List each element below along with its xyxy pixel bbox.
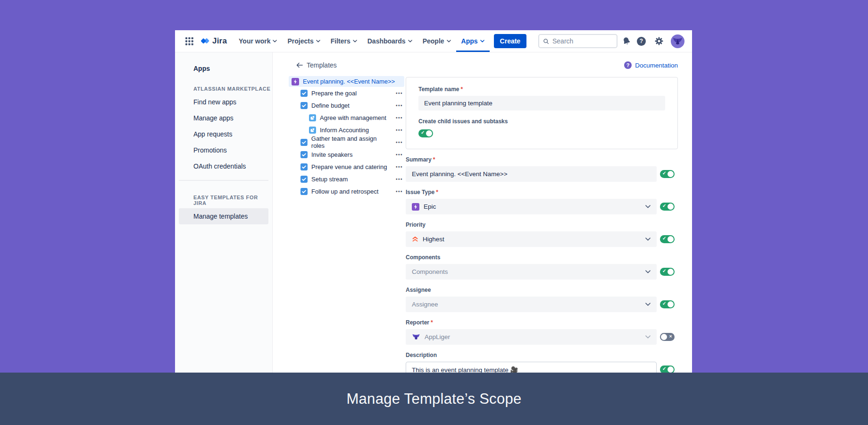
tree-item-task[interactable]: Prepare venue and catering bbox=[289, 161, 404, 173]
tree-item-task[interactable]: Follow up and retrospect bbox=[289, 185, 404, 197]
components-select[interactable]: Components bbox=[406, 264, 657, 280]
more-options-button[interactable] bbox=[394, 128, 404, 133]
sidebar-item-app-requests[interactable]: App requests bbox=[179, 126, 268, 142]
more-options-button[interactable] bbox=[394, 152, 404, 157]
components-toggle[interactable] bbox=[660, 268, 675, 276]
template-tree: Templates Event planning. <<Event Name>>… bbox=[289, 60, 404, 197]
app-switcher-icon[interactable] bbox=[184, 35, 195, 47]
appliger-logo-icon bbox=[412, 333, 420, 340]
documentation-help-icon bbox=[624, 61, 632, 69]
toggle-knob bbox=[668, 236, 674, 242]
summary-input[interactable]: Event planning. <<Event Name>> bbox=[406, 166, 657, 182]
chevron-down-icon bbox=[645, 238, 651, 241]
sidebar-item-oauth-credentials[interactable]: OAuth credentials bbox=[179, 158, 268, 174]
nav-people[interactable]: People bbox=[417, 30, 456, 52]
caption-bar: Manage Template’s Scope bbox=[0, 373, 868, 425]
sidebar-item-promotions[interactable]: Promotions bbox=[179, 142, 268, 158]
more-options-button[interactable] bbox=[394, 103, 404, 108]
reporter-toggle[interactable] bbox=[660, 333, 675, 341]
nav-item-label: Filters bbox=[331, 37, 351, 45]
tree-item-task[interactable]: Define budget bbox=[289, 99, 404, 111]
tree-item-task[interactable]: Setup stream bbox=[289, 173, 404, 185]
subtask-icon bbox=[309, 127, 316, 134]
tree-item-label: Prepare the goal bbox=[311, 90, 357, 97]
more-options-button[interactable] bbox=[394, 91, 404, 96]
priority-toggle[interactable] bbox=[660, 235, 675, 243]
template-name-input[interactable] bbox=[418, 96, 665, 110]
sidebar-item-find-new-apps[interactable]: Find new apps bbox=[179, 94, 268, 110]
description-toggle[interactable] bbox=[660, 366, 675, 373]
notifications-icon[interactable] bbox=[619, 34, 634, 48]
sidebar-title: Apps bbox=[193, 65, 272, 72]
create-child-toggle[interactable] bbox=[418, 129, 433, 137]
summary-toggle[interactable] bbox=[660, 170, 675, 178]
toggle-knob bbox=[668, 366, 674, 373]
grid-icon bbox=[185, 37, 193, 45]
chevron-down-icon bbox=[353, 40, 357, 42]
description-textarea[interactable]: This is an event planning template 🎥 bbox=[406, 362, 657, 373]
back-to-templates-link[interactable]: Templates bbox=[296, 60, 404, 70]
settings-icon[interactable] bbox=[652, 34, 666, 48]
more-options-button[interactable] bbox=[394, 115, 404, 120]
sidebar-item-manage-templates[interactable]: Manage templates bbox=[179, 208, 268, 224]
issue-type-toggle[interactable] bbox=[660, 203, 675, 211]
create-child-label: Create child issues and subtasks bbox=[418, 118, 665, 125]
tree-item-label: Setup stream bbox=[311, 176, 348, 183]
jira-logo-mark bbox=[200, 36, 210, 46]
help-icon[interactable] bbox=[637, 37, 646, 46]
priority-select[interactable]: Highest bbox=[406, 231, 657, 247]
tree-item-subtask[interactable]: Inform Accounting bbox=[289, 124, 404, 136]
search-icon bbox=[543, 38, 549, 45]
assignee-label: Assignee bbox=[406, 287, 678, 293]
more-options-button[interactable] bbox=[394, 140, 404, 145]
nav-apps[interactable]: Apps bbox=[456, 30, 490, 52]
chevron-down-icon bbox=[447, 40, 451, 42]
components-label: Components bbox=[406, 254, 678, 261]
tree-item-subtask[interactable]: Agree with management bbox=[289, 111, 404, 124]
more-options-button[interactable] bbox=[394, 164, 404, 170]
field-description: Description This is an event planning te… bbox=[406, 352, 678, 373]
jira-logo-text: Jira bbox=[212, 36, 227, 46]
tree-item-label: Prepare venue and catering bbox=[311, 163, 387, 170]
user-avatar[interactable] bbox=[671, 34, 684, 48]
jira-logo[interactable]: Jira bbox=[200, 36, 227, 46]
issue-type-select[interactable]: Epic bbox=[406, 199, 657, 214]
tree-item-label: Follow up and retrospect bbox=[311, 188, 378, 195]
assignee-toggle[interactable] bbox=[660, 300, 675, 308]
nav-item-label: People bbox=[423, 37, 444, 45]
task-checkbox-icon bbox=[300, 139, 308, 146]
tree-item-label: Invite speakers bbox=[311, 151, 352, 158]
epic-icon bbox=[292, 78, 299, 85]
nav-item-label: Apps bbox=[461, 37, 478, 45]
tree-item-epic[interactable]: Event planning. <<Event Name>> bbox=[289, 76, 404, 87]
tree-item-task[interactable]: Prepare the goal bbox=[289, 87, 404, 99]
create-button[interactable]: Create bbox=[494, 34, 527, 48]
reporter-label: Reporter bbox=[406, 319, 678, 326]
back-label: Templates bbox=[307, 61, 337, 69]
nav-filters[interactable]: Filters bbox=[326, 30, 362, 52]
field-summary: Summary Event planning. <<Event Name>> bbox=[406, 156, 678, 182]
chevron-down-icon bbox=[645, 205, 651, 208]
more-options-button[interactable] bbox=[394, 177, 404, 182]
search-input[interactable] bbox=[552, 37, 613, 45]
search-box[interactable] bbox=[538, 34, 618, 48]
appliger-logo-icon bbox=[672, 37, 683, 46]
main-content: Templates Event planning. <<Event Name>>… bbox=[273, 52, 692, 373]
back-arrow-icon bbox=[296, 62, 303, 68]
template-name-label: Template name bbox=[418, 86, 665, 93]
more-options-button[interactable] bbox=[394, 189, 404, 194]
caption-title: Manage Template’s Scope bbox=[346, 391, 521, 408]
assignee-select[interactable]: Assignee bbox=[406, 297, 657, 312]
chevron-down-icon bbox=[645, 270, 651, 273]
task-checkbox-icon bbox=[300, 188, 308, 195]
nav-your-work[interactable]: Your work bbox=[234, 30, 282, 52]
tree-item-task[interactable]: Invite speakers bbox=[289, 148, 404, 161]
field-components: Components Components bbox=[406, 254, 678, 280]
reporter-select[interactable]: AppLiger bbox=[406, 329, 657, 345]
sidebar-item-manage-apps[interactable]: Manage apps bbox=[179, 110, 268, 126]
tree-item-task[interactable]: Gather team and assign roles bbox=[289, 136, 404, 148]
toggle-knob bbox=[426, 130, 432, 136]
nav-projects[interactable]: Projects bbox=[282, 30, 325, 52]
nav-dashboards[interactable]: Dashboards bbox=[362, 30, 417, 52]
documentation-link[interactable]: Documentation bbox=[635, 62, 678, 69]
